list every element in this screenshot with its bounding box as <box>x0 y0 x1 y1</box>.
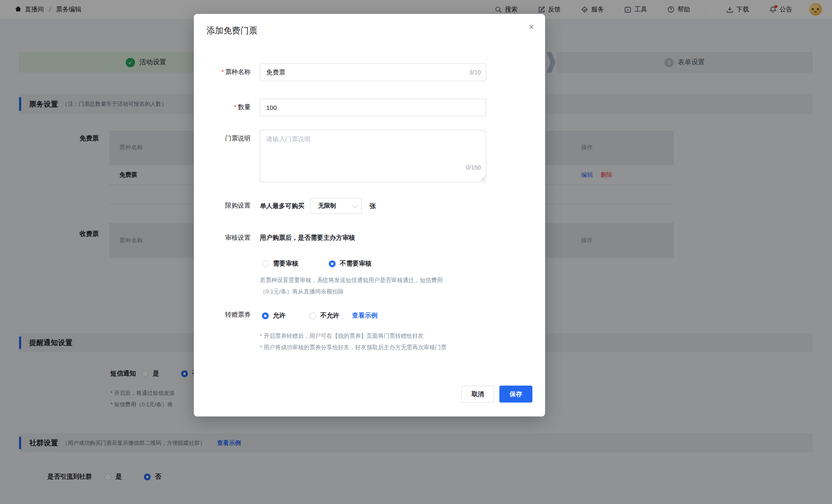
desc-label: 门票说明 <box>194 134 251 142</box>
allow-transfer-label[interactable]: 允许 <box>273 312 286 320</box>
no-review-radio[interactable] <box>329 260 336 267</box>
review-radio-row: 需要审核 不需要审核 <box>262 260 372 268</box>
transfer-radio-row: 允许 不允许 查看示例 <box>262 312 377 320</box>
desc-field: 0/150 <box>260 130 486 182</box>
add-free-ticket-modal: 添加免费门票 × *票种名称 3/10 *数量 门票说明 0/150 限购设置 … <box>194 14 545 416</box>
transfer-example-link[interactable]: 查看示例 <box>352 312 377 320</box>
ticket-name-input[interactable] <box>266 69 466 76</box>
chevron-down-icon <box>353 203 358 208</box>
need-review-label[interactable]: 需要审核 <box>273 260 298 268</box>
modal-title: 添加免费门票 <box>207 25 257 36</box>
desc-textarea[interactable] <box>260 130 486 182</box>
need-review-radio[interactable] <box>262 260 269 267</box>
deny-transfer-radio[interactable] <box>309 312 316 319</box>
limit-unit: 张 <box>369 202 376 210</box>
limit-select-value: 无限制 <box>318 202 336 210</box>
ticket-name-counter: 3/10 <box>469 69 481 76</box>
limit-text: 单人最多可购买 <box>260 202 304 210</box>
transfer-note-2: * 用户将成功审核的票券分享给好友，好友领取后主办方无需再次审核门票 <box>260 342 497 353</box>
transfer-note: * 开启票券转赠后，用户可在【我的票券】页面将门票转赠给好友 * 用户将成功审核… <box>260 330 497 353</box>
transfer-label: 转赠票券 <box>194 311 251 319</box>
deny-transfer-label[interactable]: 不允许 <box>320 312 339 320</box>
limit-select[interactable]: 无限制 <box>310 198 362 214</box>
ticket-name-field: 3/10 <box>260 63 486 81</box>
desc-counter: 0/150 <box>466 164 481 171</box>
review-note-1: 若票种设置需要审核，系统将发送短信通知用户是否审核通过，短信费用 <box>260 274 497 286</box>
review-label: 审核设置 <box>194 234 251 242</box>
save-button[interactable]: 保存 <box>499 386 532 403</box>
limit-row: 单人最多可购买 无限制 张 <box>260 198 376 214</box>
no-review-label[interactable]: 不需要审核 <box>340 260 372 268</box>
quantity-label: *数量 <box>194 103 251 111</box>
review-note-2: （0.1元/条）将从直播间余额扣除 <box>260 286 497 297</box>
transfer-note-1: * 开启票券转赠后，用户可在【我的票券】页面将门票转赠给好友 <box>260 330 497 342</box>
close-icon[interactable]: × <box>529 22 534 32</box>
resize-grip-icon[interactable] <box>480 176 485 181</box>
ticket-name-label: *票种名称 <box>194 68 251 76</box>
review-question: 用户购票后，是否需要主办方审核 <box>260 234 355 242</box>
quantity-input[interactable] <box>266 104 481 111</box>
allow-transfer-radio[interactable] <box>262 312 269 319</box>
quantity-field <box>260 99 486 116</box>
required-mark: * <box>221 68 224 75</box>
limit-label: 限购设置 <box>194 202 251 210</box>
review-note: 若票种设置需要审核，系统将发送短信通知用户是否审核通过，短信费用 （0.1元/条… <box>260 274 497 297</box>
cancel-button[interactable]: 取消 <box>461 386 494 403</box>
